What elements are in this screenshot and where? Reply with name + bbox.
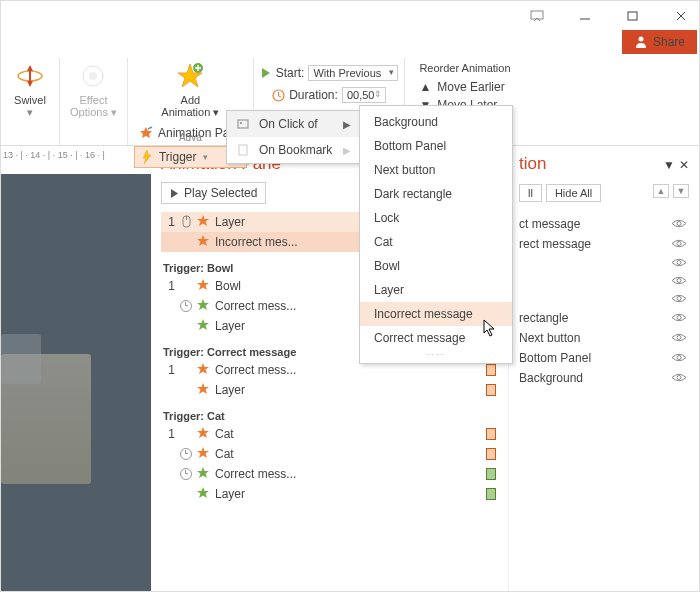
on-click-icon — [235, 116, 251, 132]
svg-rect-12 — [238, 120, 248, 128]
submenu-arrow-icon: ▶ — [343, 119, 351, 130]
visibility-icon[interactable] — [671, 257, 689, 269]
svg-point-20 — [677, 279, 681, 283]
workspace: 13 · | · 14 · | · 15 · | · 16 · | Animat… — [1, 146, 699, 592]
svg-rect-2 — [628, 12, 637, 20]
hide-all-button[interactable]: Hide All — [546, 184, 601, 202]
show-all-button[interactable]: ll — [519, 184, 542, 202]
menu-item-layer[interactable]: Layer — [360, 278, 512, 302]
duration-field: Duration: 00,50 — [272, 84, 386, 106]
animation-item[interactable]: Correct mess... — [161, 464, 498, 484]
effect-options-label: EffectOptions ▾ — [70, 94, 117, 118]
svg-point-23 — [677, 336, 681, 340]
mouse-cursor-icon — [483, 319, 499, 339]
visibility-icon[interactable] — [671, 332, 689, 344]
move-up-button[interactable]: ▲ — [653, 184, 669, 198]
svg-point-21 — [677, 297, 681, 301]
visibility-icon[interactable] — [671, 238, 689, 250]
play-selected-button[interactable]: Play Selected — [161, 182, 266, 204]
start-select[interactable]: With Previous — [308, 65, 398, 81]
on-click-of-item[interactable]: On Click of ▶ — [227, 111, 359, 137]
on-click-label: On Click of — [259, 117, 318, 131]
svg-point-25 — [677, 376, 681, 380]
effect-options-icon — [77, 60, 109, 92]
start-label: Start: — [276, 66, 305, 80]
window-titlebar — [1, 1, 699, 30]
visibility-icon[interactable] — [671, 218, 689, 230]
slide-canvas[interactable] — [1, 174, 151, 592]
move-down-button[interactable]: ▼ — [673, 184, 689, 198]
horizontal-ruler: 13 · | · 14 · | · 15 · | · 16 · | — [1, 146, 151, 164]
selection-item[interactable] — [519, 254, 689, 272]
selection-item[interactable]: rectangle — [519, 308, 689, 328]
visibility-icon[interactable] — [671, 352, 689, 364]
minimize-icon[interactable] — [571, 4, 599, 28]
selection-item[interactable] — [519, 272, 689, 290]
swivel-icon — [14, 60, 46, 92]
trigger-icon — [139, 149, 155, 165]
visibility-icon[interactable] — [671, 293, 689, 305]
add-animation-icon — [174, 60, 206, 92]
add-animation-button[interactable]: AddAnimation ▾ — [157, 58, 223, 120]
svg-point-17 — [677, 222, 681, 226]
visibility-icon[interactable] — [671, 372, 689, 384]
duration-icon — [272, 89, 285, 102]
svg-point-18 — [677, 242, 681, 246]
animation-item[interactable]: Cat — [161, 444, 498, 464]
selection-item[interactable]: Next button — [519, 328, 689, 348]
svg-point-24 — [677, 356, 681, 360]
share-label: Share — [653, 35, 685, 49]
svg-rect-14 — [239, 145, 247, 155]
selection-item[interactable]: rect message — [519, 234, 689, 254]
share-button[interactable]: Share — [622, 30, 697, 54]
visibility-icon[interactable] — [671, 275, 689, 287]
effect-options-button: EffectOptions ▾ — [66, 58, 121, 128]
start-field: Start: With Previous — [260, 62, 399, 84]
menu-item-lock[interactable]: Lock — [360, 206, 512, 230]
menu-item-bowl[interactable]: Bowl — [360, 254, 512, 278]
menu-item-bottom-panel[interactable]: Bottom Panel — [360, 134, 512, 158]
slide-image-placeholder — [1, 354, 91, 484]
svg-point-9 — [89, 72, 97, 80]
selection-item[interactable]: Bottom Panel — [519, 348, 689, 368]
svg-point-5 — [638, 37, 643, 42]
pane-dropdown-icon[interactable]: ▼ — [663, 158, 675, 172]
svg-point-13 — [240, 122, 242, 124]
animation-item[interactable]: 1Cat — [161, 424, 498, 444]
duration-spinner[interactable]: 00,50 — [342, 87, 386, 103]
play-icon — [260, 67, 272, 79]
visibility-icon[interactable] — [671, 312, 689, 324]
selection-item[interactable] — [519, 290, 689, 308]
menu-item-dark-rectangle[interactable]: Dark rectangle — [360, 182, 512, 206]
bookmark-icon — [235, 142, 251, 158]
menu-more-dots: ⋯⋯ — [360, 350, 512, 359]
reorder-title: Reorder Animation — [419, 62, 510, 74]
menu-item-background[interactable]: Background — [360, 110, 512, 134]
selection-item[interactable]: Background — [519, 368, 689, 388]
close-icon[interactable] — [667, 4, 695, 28]
menu-item-next-button[interactable]: Next button — [360, 158, 512, 182]
svg-point-22 — [677, 316, 681, 320]
menu-item-cat[interactable]: Cat — [360, 230, 512, 254]
pane-close-icon[interactable]: ✕ — [679, 158, 689, 172]
pane-controls: ▼ ✕ — [663, 158, 689, 172]
trigger-group-label: Trigger: Cat — [163, 410, 498, 422]
trigger-submenu: On Click of ▶ On Bookmark ▶ — [226, 110, 360, 164]
animation-item[interactable]: Layer — [161, 380, 498, 400]
trigger-label: Trigger — [159, 150, 197, 164]
share-bar: Share — [1, 30, 699, 54]
animation-item[interactable]: Layer — [161, 484, 498, 504]
selection-pane: ▼ ✕ tion ▲ ▼ ll Hide All ct messagerect … — [509, 146, 699, 592]
maximize-icon[interactable] — [619, 4, 647, 28]
duration-label: Duration: — [289, 88, 338, 102]
ribbon-options-icon[interactable] — [523, 4, 551, 28]
submenu-arrow-icon: ▶ — [343, 145, 351, 156]
on-bookmark-item: On Bookmark ▶ — [227, 137, 359, 163]
swivel-effect-button[interactable]: Swivel ▾ — [7, 58, 53, 128]
svg-point-19 — [677, 261, 681, 265]
on-bookmark-label: On Bookmark — [259, 143, 332, 157]
move-earlier-button: ▲Move Earlier — [419, 78, 510, 96]
selection-item[interactable]: ct message — [519, 214, 689, 234]
swivel-label: Swivel — [14, 94, 46, 106]
add-animation-label: AddAnimation ▾ — [161, 94, 219, 118]
